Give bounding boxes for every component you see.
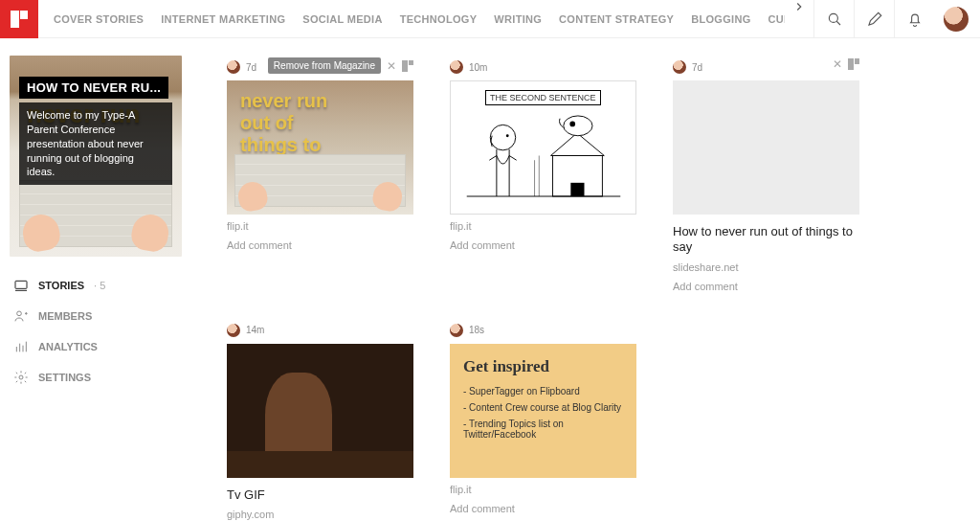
card-source: giphy.com (227, 509, 413, 520)
top-actions (813, 0, 980, 37)
nav-next-icon[interactable] (785, 0, 813, 37)
desk-graphic (227, 451, 413, 478)
slide-bullet: - SuperTagger on Flipboard (463, 386, 623, 396)
timestamp: 10m (469, 62, 487, 73)
notifications-icon[interactable] (894, 0, 934, 38)
slide-bullet: - Trending Topics list on Twitter/Facebo… (463, 419, 623, 440)
sidebar-item-label: MEMBERS (38, 310, 92, 322)
nav-item[interactable]: SOCIAL MEDIA (302, 13, 382, 25)
author-avatar[interactable] (450, 60, 463, 74)
card-thumbnail[interactable] (673, 80, 859, 215)
timestamp: 14m (246, 325, 264, 335)
nav-item[interactable]: TECHNOLOGY (400, 13, 478, 25)
card-thumbnail[interactable] (227, 344, 413, 478)
svg-point-11 (19, 375, 23, 379)
nav-item[interactable]: BLOGGING (691, 13, 750, 25)
flip-icon[interactable] (402, 60, 413, 72)
flipboard-logo-icon (11, 11, 28, 28)
slide-bullet: - Content Crew course at Blog Clarity (463, 402, 623, 413)
card-title: How to never run out of things to say (673, 224, 859, 256)
add-comment-link[interactable]: Add comment (450, 239, 636, 251)
compose-icon[interactable] (854, 0, 894, 38)
card-title: Tv GIF (227, 487, 413, 503)
svg-point-4 (17, 311, 22, 316)
story-card[interactable]: 10m THE SECOND SENTENCE (450, 57, 636, 292)
close-icon[interactable]: ✕ (833, 57, 842, 71)
sidebar-item-label: SETTINGS (38, 372, 91, 383)
sidebar-item-label: STORIES (38, 280, 84, 291)
category-nav: COVER STORIES INTERNET MARKETING SOCIAL … (38, 0, 785, 37)
cover-title: HOW TO NEVER RU... (19, 77, 168, 99)
svg-marker-13 (550, 133, 604, 156)
stories-count: · 5 (94, 280, 105, 291)
card-row: 14m Tv GIF giphy.com Add comment 18s Get… (227, 321, 951, 522)
add-comment-link[interactable]: Add comment (227, 239, 413, 251)
card-row: 7d Remove from Magazine ✕ never run out … (227, 57, 951, 292)
card-source: slideshare.net (673, 261, 859, 273)
card-source: flip.it (227, 220, 413, 232)
svg-point-0 (829, 13, 837, 22)
card-thumbnail[interactable]: never run out of things to say (227, 80, 413, 215)
nav-item[interactable]: CURRENT EVENTS (768, 13, 785, 25)
nav-item[interactable]: COVER STORIES (54, 13, 144, 25)
sidebar-item-settings[interactable]: SETTINGS (10, 362, 169, 393)
sidebar: never run say HOW TO NEVER RU... Welcome… (0, 38, 187, 521)
sidebar-item-label: ANALYTICS (38, 341, 98, 352)
story-card[interactable]: 14m Tv GIF giphy.com Add comment (227, 321, 413, 522)
cover-desc: Welcome to my Type-A Parent Conference p… (19, 102, 172, 185)
comic-art (462, 105, 625, 206)
sidebar-item-stories[interactable]: STORIES · 5 (10, 270, 169, 301)
card-header: 10m (450, 57, 636, 77)
analytics-icon (13, 339, 29, 354)
remove-tooltip: Remove from Magazine (268, 57, 381, 74)
content-grid: 7d Remove from Magazine ✕ never run out … (187, 38, 980, 521)
flipboard-logo[interactable] (0, 0, 38, 38)
card-header: 7d ✕ (673, 57, 859, 77)
nav-item[interactable]: INTERNET MARKETING (161, 13, 285, 25)
cover-overlay: HOW TO NEVER RU... Welcome to my Type-A … (19, 77, 172, 185)
svg-rect-14 (570, 183, 584, 196)
svg-point-18 (505, 134, 508, 137)
sidebar-menu: STORIES · 5 MEMBERS ANALYTICS SETTINGS (10, 270, 169, 393)
author-avatar[interactable] (450, 324, 463, 337)
stories-icon (13, 278, 29, 293)
sidebar-item-analytics[interactable]: ANALYTICS (10, 331, 169, 362)
card-header: 14m (227, 321, 413, 340)
card-actions: ✕ (833, 57, 859, 71)
close-icon[interactable]: ✕ (387, 59, 396, 73)
nav-item[interactable]: CONTENT STRATEGY (559, 13, 674, 25)
timestamp: 7d (692, 62, 702, 73)
add-comment-link[interactable]: Add comment (673, 281, 859, 292)
members-icon (13, 308, 29, 324)
card-header: 18s (450, 321, 636, 340)
svg-line-1 (836, 21, 840, 25)
author-avatar[interactable] (673, 60, 686, 74)
slide-heading: Get inspired (463, 357, 623, 376)
card-thumbnail[interactable]: Get inspired - SuperTagger on Flipboard … (450, 344, 636, 478)
sidebar-item-members[interactable]: MEMBERS (10, 301, 169, 331)
card-source: flip.it (450, 484, 636, 495)
svg-point-16 (569, 122, 575, 127)
author-avatar[interactable] (227, 60, 240, 74)
timestamp: 18s (469, 325, 484, 335)
search-icon[interactable] (813, 0, 854, 38)
nav-item[interactable]: WRITING (494, 13, 542, 25)
svg-point-17 (490, 125, 515, 149)
svg-point-15 (563, 116, 591, 136)
svg-rect-2 (15, 281, 27, 288)
story-card[interactable]: 7d Remove from Magazine ✕ never run out … (227, 57, 413, 292)
author-avatar[interactable] (227, 324, 240, 337)
card-header: 7d Remove from Magazine ✕ (227, 57, 413, 77)
avatar[interactable] (944, 7, 969, 32)
magazine-cover[interactable]: never run say HOW TO NEVER RU... Welcome… (10, 56, 182, 257)
add-comment-link[interactable]: Add comment (450, 503, 636, 514)
timestamp: 7d (246, 62, 256, 73)
comic-caption: THE SECOND SENTENCE (485, 90, 601, 105)
flip-icon[interactable] (848, 58, 859, 70)
story-card[interactable]: 18s Get inspired - SuperTagger on Flipbo… (450, 321, 636, 522)
top-bar: COVER STORIES INTERNET MARKETING SOCIAL … (0, 0, 980, 38)
gear-icon (13, 370, 29, 385)
card-source: flip.it (450, 220, 636, 232)
card-thumbnail[interactable]: THE SECOND SENTENCE (450, 80, 636, 215)
story-card[interactable]: 7d ✕ How to never run out of things to s… (673, 57, 859, 292)
